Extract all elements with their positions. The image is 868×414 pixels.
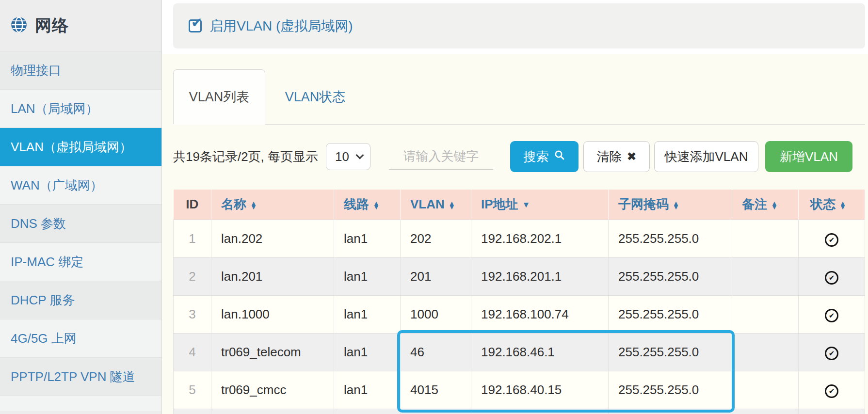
cell-id: 5	[174, 371, 211, 409]
check-circle-icon[interactable]: ✔	[825, 384, 838, 398]
quick-add-button-label: 快速添加VLAN	[665, 148, 748, 165]
main-content: ✔ 启用VLAN (虚拟局域网) VLAN列表 VLAN状态 共19条记录/2页…	[162, 0, 868, 414]
header-status[interactable]: 状态▲▼	[799, 190, 865, 220]
search-button-label: 搜索	[524, 148, 549, 165]
cell-vlan: 201	[401, 257, 471, 295]
header-mask[interactable]: 子网掩码▲▼	[609, 190, 732, 220]
table-row: 1 lan.202 lan1 202 192.168.202.1 255.255…	[174, 220, 865, 257]
sidebar-item-dns[interactable]: DNS 参数	[0, 205, 161, 243]
top-strip: ✔ 启用VLAN (虚拟局域网)	[162, 0, 868, 54]
cell-status: ✔	[799, 295, 865, 333]
table-row	[174, 409, 865, 414]
enable-vlan-label[interactable]: 启用VLAN (虚拟局域网)	[209, 17, 353, 35]
cell-name	[211, 409, 334, 414]
cell-line: lan1	[334, 371, 401, 409]
cell-id: 2	[174, 257, 211, 295]
sidebar-item-vlan[interactable]: VLAN（虚拟局域网）	[0, 128, 161, 166]
cell-ip	[471, 409, 609, 414]
clear-button[interactable]: 清除 ✖	[583, 141, 650, 172]
enable-vlan-panel: ✔ 启用VLAN (虚拟局域网)	[173, 3, 865, 48]
cell-line	[334, 409, 401, 414]
sidebar-item-label: WAN（广域网）	[11, 177, 103, 194]
header-label: 子网掩码	[618, 197, 669, 211]
cell-line: lan1	[334, 220, 401, 257]
tab-vlan-status[interactable]: VLAN状态	[265, 69, 365, 125]
sort-desc-icon: ▼	[522, 200, 530, 209]
table-row: 3 lan.1000 lan1 1000 192.168.100.74 255.…	[174, 295, 865, 333]
check-circle-icon[interactable]: ✔	[825, 233, 838, 247]
sidebar-item-pptp-l2tp[interactable]: PPTP/L2TP VPN 隧道	[0, 358, 161, 396]
sort-arrows-icon: ▲▼	[373, 201, 380, 209]
cell-status: ✔	[799, 257, 865, 295]
sort-arrows-icon: ▲▼	[839, 201, 846, 209]
cell-status: ✔	[799, 333, 865, 371]
check-circle-icon[interactable]: ✔	[825, 309, 838, 322]
cell-remark	[732, 220, 799, 257]
page-size-select-wrap: 10	[326, 143, 370, 170]
header-ip[interactable]: IP地址▼	[471, 190, 609, 220]
x-icon: ✖	[627, 151, 636, 162]
sort-arrows-icon: ▲▼	[673, 201, 679, 209]
sidebar-item-label: LAN（局域网）	[11, 100, 98, 117]
cell-line: lan1	[334, 333, 401, 371]
sidebar-item-label: DHCP 服务	[11, 292, 75, 309]
sidebar-item-partial[interactable]	[0, 396, 161, 411]
add-button-label: 新增VLAN	[780, 148, 838, 165]
cell-name: lan.201	[211, 257, 334, 295]
sidebar-item-dhcp[interactable]: DHCP 服务	[0, 281, 161, 319]
cell-id: 3	[174, 295, 211, 333]
cell-ip: 192.168.202.1	[471, 220, 609, 257]
header-line[interactable]: 线路▲▼	[334, 190, 401, 220]
header-vlan[interactable]: VLAN▲▼	[401, 190, 471, 220]
tab-vlan-list[interactable]: VLAN列表	[173, 69, 265, 125]
table-header-row: ID 名称▲▼ 线路▲▼ VLAN▲▼ IP地址▼ 子网掩码▲▼ 备注▲▼ 状态…	[174, 190, 865, 220]
cell-line: lan1	[334, 257, 401, 295]
check-circle-icon[interactable]: ✔	[825, 347, 838, 360]
quick-add-vlan-button[interactable]: 快速添加VLAN	[654, 141, 758, 172]
search-input[interactable]	[389, 143, 493, 170]
cell-id: 1	[174, 220, 211, 257]
header-remark[interactable]: 备注▲▼	[732, 190, 799, 220]
sort-arrows-icon: ▲▼	[250, 201, 257, 209]
check-circle-icon[interactable]: ✔	[825, 271, 838, 285]
cell-status: ✔	[799, 371, 865, 409]
cell-mask: 255.255.255.0	[609, 295, 732, 333]
cell-id: 4	[174, 333, 211, 371]
tab-label: VLAN列表	[189, 88, 250, 106]
checked-checkbox-icon[interactable]: ✔	[189, 19, 202, 32]
cell-name: tr069_cmcc	[211, 371, 334, 409]
add-vlan-button[interactable]: 新增VLAN	[765, 141, 852, 172]
tab-bar: VLAN列表 VLAN状态	[173, 69, 865, 125]
cell-mask: 255.255.255.0	[609, 220, 732, 257]
magnifier-icon	[554, 149, 565, 164]
cell-status	[799, 409, 865, 414]
header-id[interactable]: ID	[174, 190, 211, 220]
cell-vlan: 46	[401, 333, 471, 371]
cell-vlan	[401, 409, 471, 414]
header-name[interactable]: 名称▲▼	[211, 190, 334, 220]
table-row-highlighted: 5 tr069_cmcc lan1 4015 192.168.40.15 255…	[174, 371, 865, 409]
sidebar-item-4g5g[interactable]: 4G/5G 上网	[0, 319, 161, 358]
cell-mask: 255.255.255.0	[609, 257, 732, 295]
header-label: IP地址	[481, 197, 518, 211]
toolbar: 共19条记录/2页, 每页显示 10 搜索 清除 ✖ 快速添加VLAN 新	[173, 141, 865, 172]
sidebar-item-label: VLAN（虚拟局域网）	[11, 139, 132, 156]
cell-mask	[609, 409, 732, 414]
sidebar-item-ip-mac[interactable]: IP-MAC 绑定	[0, 243, 161, 281]
sidebar-item-physical-interface[interactable]: 物理接口	[0, 51, 161, 90]
sidebar-item-lan[interactable]: LAN（局域网）	[0, 90, 161, 128]
sidebar: 网络 物理接口 LAN（局域网） VLAN（虚拟局域网） WAN（广域网） DN…	[0, 0, 162, 414]
cell-remark	[732, 409, 799, 414]
cell-vlan: 1000	[401, 295, 471, 333]
search-button[interactable]: 搜索	[510, 141, 579, 172]
sort-arrows-icon: ▲▼	[771, 201, 778, 209]
sidebar-item-wan[interactable]: WAN（广域网）	[0, 166, 161, 205]
cell-ip: 192.168.100.74	[471, 295, 609, 333]
cell-ip: 192.168.201.1	[471, 257, 609, 295]
header-label: 名称	[221, 197, 246, 211]
sidebar-header: 网络	[0, 0, 161, 51]
page-size-select[interactable]: 10	[326, 143, 370, 170]
tab-label: VLAN状态	[285, 88, 346, 106]
cell-status: ✔	[799, 220, 865, 257]
cell-name: tr069_telecom	[211, 333, 334, 371]
